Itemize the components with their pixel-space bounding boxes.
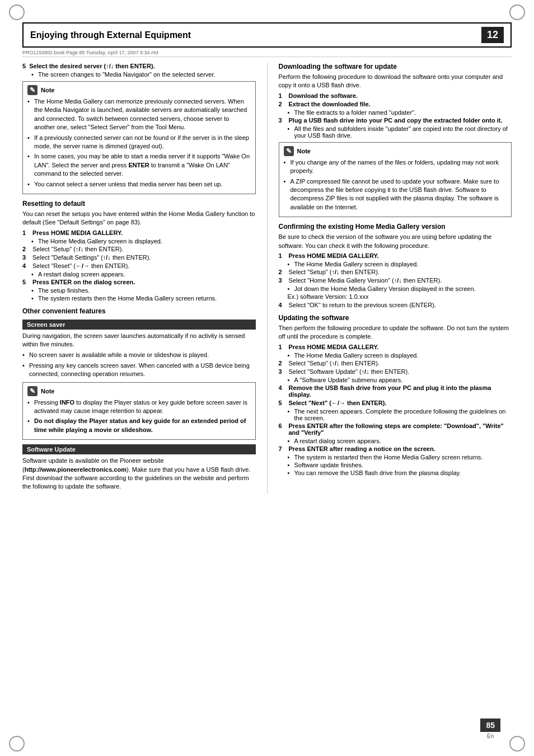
main-content: 5 Select the desired server (↑/↓ then EN… (22, 57, 512, 499)
page-lang: En (480, 733, 500, 739)
note-icon-2: ✎ (27, 386, 38, 396)
updating-heading: Updating the software (279, 314, 512, 322)
step-5-heading: 5 Select the desired server (↑/↓ then EN… (22, 63, 256, 69)
note-right-1: A ZIP compressed file cannot be used to … (284, 177, 507, 212)
screen-saver-list: No screen saver is available while a mov… (22, 351, 256, 378)
screen-saver-item-0: No screen saver is available while a mov… (22, 351, 256, 359)
dl-step-3: 3 Plug a USB flash drive into your PC an… (279, 117, 512, 124)
screen-saver-intro: During navigation, the screen saver laun… (22, 332, 256, 349)
chapter-badge: 12 (481, 27, 504, 43)
screen-saver-item-1: Pressing any key cancels screen saver. W… (22, 361, 256, 379)
upd-step-1-bullet: • The Home Media Gallery screen is displ… (288, 352, 512, 359)
upd-step-3: 3 Select "Software Update" (↑/↓ then ENT… (279, 368, 512, 375)
note-box-right: ✎ Note If you change any of the names of… (279, 142, 512, 217)
note-item-1-3: You cannot select a server unless that m… (27, 180, 251, 189)
page-number-area: 85 En (480, 719, 500, 739)
page-header: Enjoying through External Equipment 12 (22, 22, 512, 48)
reset-step-2: 2 Select "Setup" (↑/↓ then ENTER). (22, 246, 256, 252)
upd-step-6-bullet: • A restart dialog screen appears. (288, 438, 512, 444)
upd-step-5-bullet: • The next screen appears. Complete the … (288, 408, 512, 421)
right-column: Downloading the software for update Perf… (268, 63, 512, 494)
note-box-2: ✎ Note Pressing INFO to display the Play… (22, 382, 256, 440)
reset-step-4: 4 Select "Reset" (←/→ then ENTER). (22, 262, 256, 269)
software-update-intro: Software update is available on the Pion… (22, 457, 256, 491)
upd-step-4: 4 Remove the USB flash drive from your P… (279, 384, 512, 398)
conf-step-1-bullet: • The Home Media Gallery screen is displ… (288, 261, 512, 267)
page-number: 85 (480, 719, 500, 732)
dl-step-2: 2 Extract the downloaded file. (279, 101, 512, 107)
conf-step-3: 3 Select "Home Media Gallery Version" (↑… (279, 277, 512, 284)
corner-decoration-bl (4, 729, 27, 752)
screen-saver-banner: Screen saver (22, 320, 256, 330)
note-item-1-0: The Home Media Gallery can memorize prev… (27, 97, 251, 132)
upd-step-2: 2 Select "Setup" (↑/↓ then ENTER). (279, 360, 512, 367)
note-label-2: Note (41, 388, 54, 395)
note-header-2: ✎ Note (27, 386, 251, 396)
upd-step-7-bullet-3: • You can remove the USB flash drive fro… (288, 469, 512, 476)
note-header-right: ✎ Note (284, 146, 507, 156)
header-title: Enjoying through External Equipment (30, 30, 191, 40)
left-column: 5 Select the desired server (↑/↓ then EN… (22, 63, 268, 494)
note-item-1-2: In some cases, you may be able to start … (27, 152, 251, 178)
note-label-right: Note (297, 148, 311, 154)
step-5-bullet: • The screen changes to "Media Navigator… (31, 71, 256, 78)
reset-step-5: 5 Press ENTER on the dialog screen. (22, 279, 256, 285)
note-right-0: If you change any of the names of the fi… (284, 158, 507, 176)
reset-step-1: 1 Press HOME MEDIA GALLERY. (22, 229, 256, 236)
dl-step-2-bullet: • The file extracts to a folder named "u… (288, 109, 512, 116)
note-item-2-1: Do not display the Player status and key… (27, 417, 251, 434)
software-update-banner: Software Update (22, 444, 256, 454)
upd-step-7-bullet-1: • The system is restarted then the Home … (288, 454, 512, 461)
conf-step-2: 2 Select "Setup" (↑/↓ then ENTER). (279, 269, 512, 275)
confirming-intro: Be sure to check the version of the soft… (279, 233, 512, 250)
downloading-intro: Perform the following procedure to downl… (279, 73, 512, 90)
note-list-right: If you change any of the names of the fi… (284, 158, 507, 212)
downloading-heading: Downloading the software for update (279, 63, 512, 71)
step-5-bullet-text: The screen changes to "Media Navigator" … (38, 71, 216, 78)
note-item-1-1: If a previously connected server can not… (27, 134, 251, 151)
step-5-item: 5 Select the desired server (↑/↓ then EN… (22, 63, 256, 69)
confirming-heading: Confirming the existing Home Media Galle… (279, 223, 512, 231)
upd-step-6: 6 Press ENTER after the following steps … (279, 422, 512, 436)
upd-step-1: 1 Press HOME MEDIA GALLERY. (279, 344, 512, 350)
upd-step-3-bullet: • A "Software Update" submenu appears. (288, 377, 512, 383)
reset-step-3: 3 Select "Default Settings" (↑/↓ then EN… (22, 254, 256, 261)
conf-step-4: 4 Select "OK" to return to the previous … (279, 302, 512, 308)
reset-step-1-bullet: • The Home Media Gallery screen is displ… (31, 238, 256, 245)
resetting-heading: Resetting to default (22, 200, 256, 208)
note-icon-1: ✎ (27, 85, 38, 95)
conf-step-1: 1 Press HOME MEDIA GALLERY. (279, 252, 512, 259)
corner-decoration-br (507, 729, 530, 752)
conf-step-3-bullet: • Jot down the Home Media Gallery Versio… (288, 285, 512, 292)
upd-step-7: 7 Press ENTER after reading a notice on … (279, 445, 512, 452)
note-label-1: Note (41, 87, 54, 93)
note-list-1: The Home Media Gallery can memorize prev… (27, 97, 251, 189)
updating-intro: Then perform the following procedure to … (279, 324, 512, 341)
file-info-bar: PRO11508ID.book Page 85 Tuesday, April 1… (22, 49, 512, 57)
note-header-1: ✎ Note (27, 85, 251, 95)
other-features-heading: Other convenient features (22, 307, 256, 315)
reset-step-5-bullet-1: • The setup finishes. (31, 287, 256, 294)
resetting-intro: You can reset the setups you have entere… (22, 210, 256, 227)
note-box-1: ✎ Note The Home Media Gallery can memori… (22, 81, 256, 194)
dl-step-1: 1 Download the software. (279, 92, 512, 99)
upd-step-5: 5 Select "Next" (←/→ then ENTER). (279, 400, 512, 406)
note-list-2: Pressing INFO to display the Player stat… (27, 398, 251, 435)
conf-step-ex: Ex.) software Version: 1.0.xxx (288, 293, 512, 300)
note-icon-right: ✎ (284, 146, 294, 156)
note-item-2-0: Pressing INFO to display the Player stat… (27, 398, 251, 416)
reset-step-5-bullet-2: • The system restarts then the Home Medi… (31, 295, 256, 302)
upd-step-7-bullet-2: • Software update finishes. (288, 462, 512, 468)
reset-step-4-bullet: • A restart dialog screen appears. (31, 271, 256, 278)
dl-step-3-bullet: • All the files and subfolders inside "u… (288, 125, 512, 139)
